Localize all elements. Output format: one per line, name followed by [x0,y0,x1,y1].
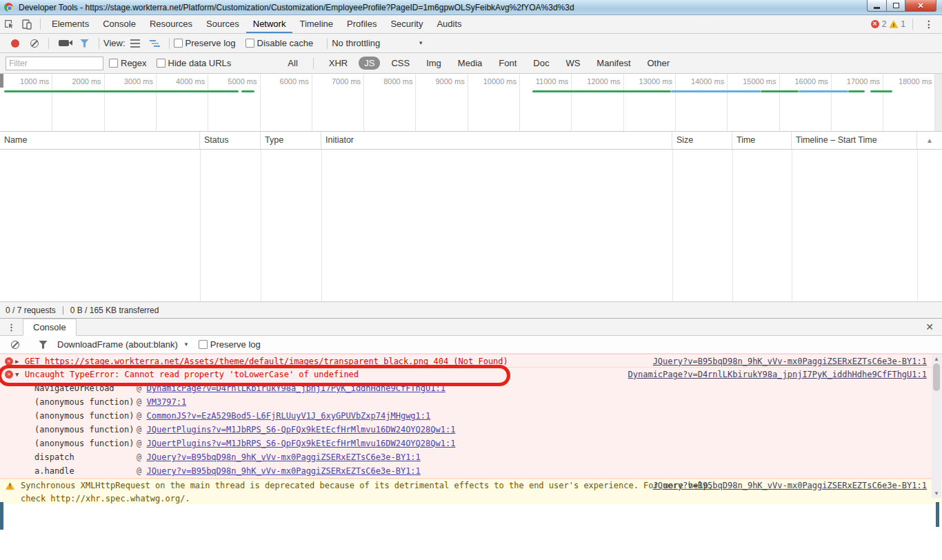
error-count[interactable]: 2 [882,19,887,29]
filter-type-manifest[interactable]: Manifest [591,57,636,70]
network-summary-bar: 0 / 7 requests 0 B / 165 KB transferred [0,301,942,318]
tab-timeline[interactable]: Timeline [292,15,340,33]
filter-type-media[interactable]: Media [452,57,488,70]
column-header-sort[interactable]: ▲ [917,132,942,149]
warning-badge-icon[interactable]: ! [889,21,898,28]
console-scrollbar[interactable]: ▲ ▼ [932,354,941,498]
tab-security[interactable]: Security [383,15,430,33]
clear-console-icon[interactable] [11,341,19,349]
view-waterfall-icon[interactable] [150,39,160,48]
filter-type-ws[interactable]: WS [560,57,585,70]
filter-type-xhr[interactable]: XHR [323,57,353,70]
scrollbar-thumb[interactable] [933,363,940,391]
ruler-tick-label: 13000 ms [620,77,672,86]
ruler-tick-label: 9000 ms [412,77,465,86]
stack-source-link[interactable]: CommonJS?v=EzA529Bod5-L6FjRLUuyV1J_6xyGP… [146,411,430,421]
stack-source-link[interactable]: VM3797:1 [146,397,186,407]
at-symbol: @ [137,411,146,421]
column-header-size[interactable]: Size [672,132,732,149]
error-message-text: Uncaught TypeError: Cannot read property… [25,370,359,379]
requests-table-header: NameStatusTypeInitiatorSizeTimeTimeline … [0,132,942,150]
regex-checkbox[interactable]: Regex [109,58,147,68]
panel-tab-bar: ElementsConsoleResourcesSourcesNetworkTi… [0,15,942,34]
request-url-link[interactable]: https://stage.workterra.net/Assets/theme… [45,357,428,366]
tab-resources[interactable]: Resources [143,15,199,33]
tab-audits[interactable]: Audits [430,15,468,33]
scroll-down-icon[interactable]: ▼ [932,490,941,497]
stack-frame: (anonymous function)@ CommonJS?v=EzA529B… [0,409,942,423]
restore-button[interactable] [887,0,905,12]
tab-elements[interactable]: Elements [45,15,96,33]
close-window-button[interactable]: ✕ [905,0,936,12]
stack-source-link[interactable]: DynamicPage?v=D4rnlLKbirukY98a_jpnjI7PyK… [146,383,445,393]
source-location-link[interactable]: JQuery?v=B95bqD98n_9hK_vVv-mx0PaggiZSERx… [653,479,927,492]
screenshot-camera-icon[interactable] [59,40,69,46]
collapse-triangle-icon[interactable]: ▼ [15,368,19,381]
filter-type-all[interactable]: All [282,57,303,70]
warning-count[interactable]: 1 [901,19,905,29]
column-header-name[interactable]: Name [0,132,200,149]
clear-requests-icon[interactable] [30,39,39,48]
requests-count: 0 / 7 requests [6,306,56,315]
record-icon[interactable] [11,39,19,48]
filter-type-js[interactable]: JS [359,57,380,70]
console-filter-icon[interactable] [39,341,48,349]
filter-funnel-icon[interactable] [80,39,89,48]
stack-source-link[interactable]: JQuery?v=B95bqD98n_9hK_vVv-mx0PaggiZSERx… [146,466,420,476]
console-error-404[interactable]: ✕ ▶ GET https://stage.workterra.net/Asse… [0,354,942,368]
column-header-initiator[interactable]: Initiator [321,132,672,149]
column-header-type[interactable]: Type [261,132,321,149]
panel-tabs: ElementsConsoleResourcesSourcesNetworkTi… [45,15,469,33]
requests-table-body[interactable] [0,150,942,301]
network-overview[interactable]: 1000 ms2000 ms3000 ms4000 ms5000 ms6000 … [0,74,942,132]
drawer-close-icon[interactable]: ✕ [925,321,942,332]
filter-type-font[interactable]: Font [493,57,522,70]
filter-type-doc[interactable]: Doc [528,57,554,70]
console-preserve-log-checkbox[interactable]: Preserve log [199,339,261,350]
ruler-tick-label: 10000 ms [464,77,517,86]
tab-console[interactable]: Console [96,15,143,33]
background-window-edge [0,502,3,530]
filter-type-other[interactable]: Other [642,57,676,70]
scroll-up-icon[interactable]: ▲ [932,356,941,362]
menu-dots-icon[interactable]: ⋮ [920,19,938,30]
tab-network[interactable]: Network [246,15,293,33]
tab-sources[interactable]: Sources [199,15,246,33]
filter-type-img[interactable]: Img [421,57,447,70]
stack-source-link[interactable]: JQuertPlugins?v=M1JbRPS_S6-QpFQx9kEtEcfH… [146,425,455,434]
drawer-menu-dots-icon[interactable]: ⋮ [0,322,23,332]
divider [99,38,99,49]
throttling-select[interactable]: No throttling ▼ [332,38,423,48]
expand-triangle-icon[interactable]: ▶ [15,354,19,368]
disable-cache-checkbox[interactable]: Disable cache [245,38,314,48]
restore-icon [893,3,899,8]
overview-segment-green [761,90,799,92]
regex-label: Regex [121,58,147,68]
table-column-divider [732,150,733,301]
stack-source-link[interactable]: JQuertPlugins?v=M1JbRPS_S6-QpFQx9kEtEcfH… [146,439,455,448]
overview-segment-green [532,90,671,92]
minimize-button[interactable] [867,0,887,12]
device-toolbar-icon[interactable] [21,19,32,30]
tab-profiles[interactable]: Profiles [340,15,383,33]
column-header-timeline-start-time[interactable]: Timeline – Start Time [792,132,917,149]
source-location-link[interactable]: DynamicPage?v=D4rnlLKbirukY98a_jpnjI7PyK… [628,368,927,381]
execution-context-select[interactable]: DownloadFrame (about:blank) [57,339,178,350]
filter-input[interactable] [6,57,103,70]
hide-data-urls-checkbox[interactable]: Hide data URLs [157,58,232,68]
filter-type-css[interactable]: CSS [385,57,415,70]
console-messages[interactable]: ✕ ▶ GET https://stage.workterra.net/Asse… [0,354,942,504]
column-header-status[interactable]: Status [200,132,261,149]
console-warning-xhr[interactable]: ! Synchronous XMLHttpRequest on the main… [0,479,942,504]
inspect-element-icon[interactable] [3,19,14,30]
tab-console[interactable]: Console [23,319,77,336]
source-location-link[interactable]: JQuery?v=B95bqD98n_9hK_vVv-mx0PaggiZSERx… [653,354,927,368]
column-header-time[interactable]: Time [732,132,792,149]
view-list-icon[interactable] [130,39,140,48]
console-error-typeerror[interactable]: ✕ ▼ Uncaught TypeError: Cannot read prop… [0,368,942,381]
error-badge-icon[interactable]: ✕ [871,20,879,28]
preserve-log-checkbox[interactable]: Preserve log [174,38,236,48]
stack-frame: (anonymous function)@ JQuertPlugins?v=M1… [0,423,942,437]
chevron-down-icon[interactable]: ▼ [183,341,189,348]
stack-source-link[interactable]: JQuery?v=B95bqD98n_9hK_vVv-mx0PaggiZSERx… [146,452,420,462]
